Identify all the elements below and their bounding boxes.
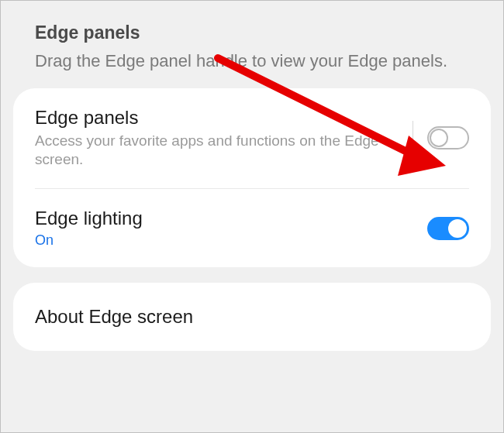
page-title: Edge panels [35, 22, 469, 43]
page-subtitle: Drag the Edge panel handle to view your … [35, 50, 469, 73]
toggle-knob [430, 129, 448, 147]
about-card: About Edge screen [13, 283, 491, 351]
row-content: Edge lighting On [35, 208, 427, 249]
edge-panels-subtitle: Access your favorite apps and functions … [35, 132, 400, 170]
about-edge-screen-row[interactable]: About Edge screen [13, 283, 491, 351]
about-title: About Edge screen [35, 306, 193, 328]
edge-lighting-toggle[interactable] [427, 217, 469, 240]
toggle-wrap [413, 119, 469, 157]
edge-panels-row[interactable]: Edge panels Access your favorite apps an… [13, 88, 491, 188]
row-content: Edge panels Access your favorite apps an… [35, 107, 413, 170]
toggle-knob [448, 219, 467, 238]
edge-lighting-row[interactable]: Edge lighting On [13, 189, 491, 267]
settings-card: Edge panels Access your favorite apps an… [13, 88, 491, 267]
settings-header: Edge panels Drag the Edge panel handle t… [1, 1, 503, 88]
edge-panels-toggle[interactable] [427, 126, 469, 149]
edge-lighting-status: On [35, 232, 415, 249]
edge-lighting-title: Edge lighting [35, 208, 415, 229]
vertical-separator [413, 121, 413, 155]
edge-panels-title: Edge panels [35, 107, 400, 129]
toggle-wrap [427, 209, 469, 248]
